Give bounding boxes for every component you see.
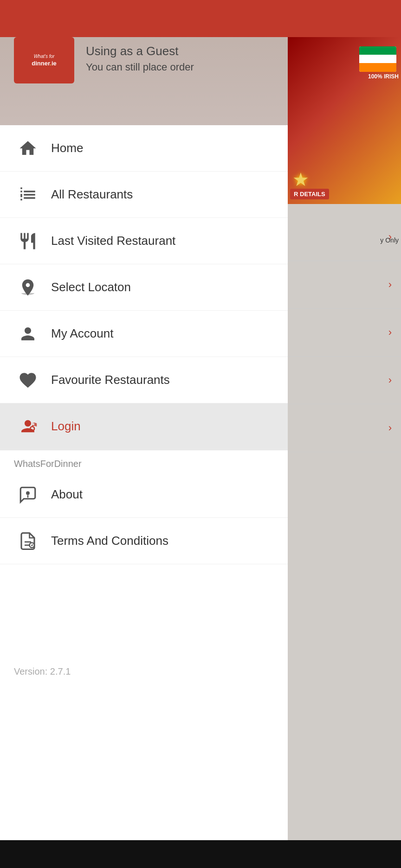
- svg-point-0: [30, 427, 34, 431]
- chevron-3: ›: [388, 326, 392, 338]
- menu-label-last-visited: Last Visited Restaurant: [51, 234, 175, 248]
- menu-label-my-account: My Account: [51, 326, 113, 341]
- drawer-menu: Home All Restaurants Last Visited Restau…: [0, 125, 288, 868]
- list-icon: [14, 181, 42, 209]
- location-icon: [14, 274, 42, 301]
- version-text: Version: 2.7.1: [0, 657, 288, 686]
- chevron-5: ›: [388, 422, 392, 434]
- guest-title: Using as a Guest: [86, 44, 194, 58]
- chevron-4: ›: [388, 374, 392, 386]
- account-icon: [14, 320, 42, 348]
- guest-subtitle: You can still place order: [86, 61, 194, 73]
- chevron-2: ›: [388, 279, 392, 291]
- irish-flag-badge: [359, 46, 396, 72]
- bottom-bar: [0, 840, 401, 868]
- menu-item-all-restaurants[interactable]: All Restaurants: [0, 172, 288, 218]
- details-badge: R DETAILS: [290, 189, 329, 199]
- menu-item-login[interactable]: Login: [0, 403, 288, 450]
- menu-label-home: Home: [51, 141, 83, 155]
- menu-label-all-restaurants: All Restaurants: [51, 187, 133, 202]
- menu-item-about[interactable]: About: [0, 472, 288, 518]
- only-text: y Only: [380, 236, 399, 244]
- menu-item-select-location[interactable]: Select Locaton: [0, 264, 288, 311]
- terms-icon: [14, 527, 42, 555]
- logo-tagline: What's for: [34, 54, 55, 59]
- menu-label-login: Login: [51, 419, 81, 434]
- section-label-whatsfordinner: WhatsForDinner: [0, 450, 288, 472]
- menu-item-my-account[interactable]: My Account: [0, 311, 288, 357]
- menu-item-home[interactable]: Home: [0, 125, 288, 172]
- login-icon: [14, 413, 42, 440]
- menu-spacer: [0, 564, 288, 657]
- status-bar: [0, 0, 401, 37]
- header-text-block: Using as a Guest You can still place ord…: [86, 44, 194, 73]
- svg-point-1: [26, 491, 29, 494]
- star-decoration: ★: [292, 169, 309, 190]
- restaurant-icon: [14, 227, 42, 255]
- menu-label-about: About: [51, 487, 83, 502]
- irish-text: 100% IRISH: [368, 73, 399, 80]
- right-background: 100% IRISH ★ R DETAILS y Only › › › › ›: [288, 37, 401, 840]
- menu-label-favourite-restaurants: Favourite Restaurants: [51, 373, 170, 387]
- home-icon: [14, 134, 42, 162]
- menu-item-terms[interactable]: Terms And Conditions: [0, 518, 288, 564]
- menu-label-select-location: Select Locaton: [51, 280, 131, 294]
- logo-box: What's for dinner.ie: [14, 37, 74, 83]
- drawer: What's for dinner.ie Using as a Guest Yo…: [0, 0, 288, 868]
- menu-item-last-visited[interactable]: Last Visited Restaurant: [0, 218, 288, 264]
- about-icon: [14, 481, 42, 509]
- logo-main-text: dinner.ie: [32, 60, 56, 67]
- menu-label-terms: Terms And Conditions: [51, 534, 168, 548]
- heart-icon: [14, 366, 42, 394]
- menu-item-favourite-restaurants[interactable]: Favourite Restaurants: [0, 357, 288, 403]
